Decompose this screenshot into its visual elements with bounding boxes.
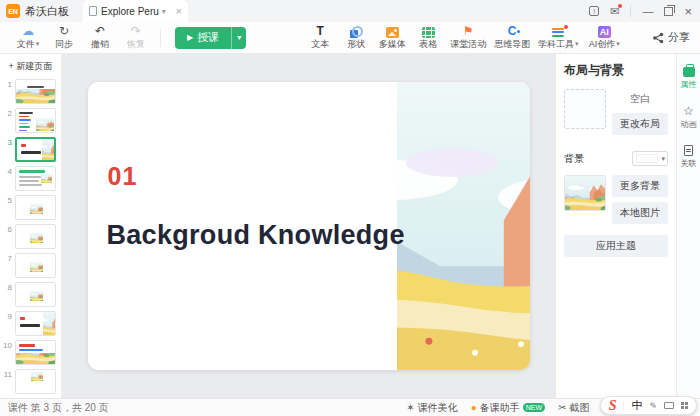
ime-pen-icon[interactable]: ✎ xyxy=(649,401,657,411)
divider xyxy=(160,29,161,47)
tab-link[interactable]: 关联 xyxy=(681,145,697,169)
chevron-down-icon: ▾ xyxy=(36,40,40,48)
divider xyxy=(623,401,624,411)
notification-dot xyxy=(618,4,622,8)
statusbar: 课件 第 3 页，共 20 页 ✶ 课件美化 ● 备课助手 NEW ✂ 截图 ✎… xyxy=(0,398,700,416)
slide-thumbnail-2[interactable]: 2 xyxy=(0,106,61,135)
scissors-icon: ✂ xyxy=(558,402,566,413)
insert-tools-group: T 文本 形状 多媒体 表格 ⚑ 课堂活动 C 思维导图 学科工具▾ AI xyxy=(302,26,626,49)
sync-icon: ↻ xyxy=(59,26,69,39)
thumb-canvas[interactable] xyxy=(15,224,56,249)
slide-thumbnail-4[interactable]: 4 xyxy=(0,164,61,193)
share-button[interactable]: 分享 xyxy=(652,30,690,45)
ime-logo[interactable]: S xyxy=(609,399,617,413)
redo-button[interactable]: ↷ 恢复 xyxy=(118,26,154,49)
document-icon xyxy=(89,6,97,16)
slide-landscape-image[interactable] xyxy=(397,82,530,370)
restore-button[interactable] xyxy=(664,7,673,16)
messages-icon[interactable]: ✉ xyxy=(610,6,619,17)
table-tool-button[interactable]: 表格 xyxy=(410,26,446,49)
cloud-icon: ☁ xyxy=(22,26,34,39)
document-tab[interactable]: Explore Peru ▾ × xyxy=(83,0,188,22)
shape-tool-button[interactable]: 形状 xyxy=(338,26,374,49)
slide-thumbnail-1[interactable]: 1 xyxy=(0,77,61,106)
ai-icon: AI xyxy=(598,26,611,38)
slide-panel: + 新建页面 1 2 3 xyxy=(0,54,62,398)
thumb-canvas[interactable] xyxy=(15,137,56,162)
undo-button[interactable]: ↶ 撤销 xyxy=(82,26,118,49)
class-activity-button[interactable]: ⚑ 课堂活动 xyxy=(446,26,490,49)
titlebar: EN 希沃白板 Explore Peru ▾ × ! ✉ — × xyxy=(0,0,700,22)
play-icon: ▶ xyxy=(187,33,193,42)
more-backgrounds-button[interactable]: 更多背景 xyxy=(612,175,668,197)
subject-tools-icon xyxy=(552,27,564,38)
thumb-canvas[interactable] xyxy=(15,340,56,365)
share-icon xyxy=(652,32,664,44)
background-thumbnail[interactable] xyxy=(564,175,606,211)
slide-thumbnail-9[interactable]: 9 xyxy=(0,309,61,338)
thumb-canvas[interactable] xyxy=(15,195,56,220)
thumb-canvas[interactable] xyxy=(15,166,56,191)
teach-dropdown-caret[interactable]: ▾ xyxy=(231,27,246,49)
text-icon: T xyxy=(317,26,324,39)
slide-thumbnail-8[interactable]: 8 xyxy=(0,280,61,309)
media-tool-button[interactable]: 多媒体 xyxy=(374,26,410,49)
text-tool-button[interactable]: T 文本 xyxy=(302,26,338,49)
file-menu-button[interactable]: ☁ 文件▾ xyxy=(10,26,46,49)
thumb-canvas[interactable] xyxy=(15,108,56,133)
tab-animation[interactable]: ☆ 动画 xyxy=(681,105,697,130)
beautify-button[interactable]: ✶ 课件美化 xyxy=(406,401,457,415)
mindmap-button[interactable]: C 思维导图 xyxy=(490,26,534,49)
editing-canvas[interactable]: 01 Backgroud Knowledge xyxy=(62,54,555,398)
slide-title-text[interactable]: Backgroud Knowledge xyxy=(107,220,405,251)
subject-tools-button[interactable]: 学科工具▾ xyxy=(534,26,582,49)
tab-close-icon[interactable]: × xyxy=(176,6,182,17)
feedback-icon[interactable]: ! xyxy=(589,6,599,16)
tab-properties[interactable]: 属性 xyxy=(681,64,697,90)
chevron-down-icon[interactable]: ▾ xyxy=(162,7,166,16)
media-icon xyxy=(386,27,399,38)
toolbox-grid-icon[interactable] xyxy=(681,402,688,409)
slide-thumbnail-7[interactable]: 7 xyxy=(0,251,61,280)
slide-thumbnail-3-selected[interactable]: 3 xyxy=(0,135,61,164)
slide-thumbnail-5[interactable]: 5 xyxy=(0,193,61,222)
app-name: 希沃白板 xyxy=(25,4,69,19)
background-label: 背景 xyxy=(564,152,584,166)
slide-thumbnail-10[interactable]: 10 xyxy=(0,338,61,367)
local-image-button[interactable]: 本地图片 xyxy=(612,202,668,224)
thumb-canvas[interactable] xyxy=(15,79,56,104)
thumb-canvas[interactable] xyxy=(15,369,56,394)
slide-section-number[interactable]: 01 xyxy=(108,162,138,191)
thumb-canvas[interactable] xyxy=(15,253,56,278)
background-color-dropdown[interactable]: ▾ xyxy=(632,151,668,166)
start-teaching-button[interactable]: ▶授课 ▾ xyxy=(175,27,246,49)
page-info: 课件 第 3 页，共 20 页 xyxy=(8,401,109,415)
chevron-down-icon: ▾ xyxy=(661,155,665,163)
ime-toolbar[interactable]: S 中 ✎ xyxy=(600,396,697,415)
change-layout-button[interactable]: 更改布局 xyxy=(612,113,668,135)
close-button[interactable]: × xyxy=(684,4,692,19)
divider xyxy=(630,5,631,17)
ai-creation-button[interactable]: AI AI创作▾ xyxy=(582,26,626,49)
thumb-canvas[interactable] xyxy=(15,311,56,336)
color-swatch xyxy=(636,154,658,163)
lesson-assistant-button[interactable]: ● 备课助手 NEW xyxy=(471,401,545,415)
link-doc-icon xyxy=(684,145,693,156)
slide-thumbnail-11[interactable]: 11 xyxy=(0,367,61,396)
apply-theme-button[interactable]: 应用主题 xyxy=(564,235,668,257)
sparkle-icon: ✶ xyxy=(406,402,414,413)
ime-language-mode[interactable]: 中 xyxy=(631,398,642,413)
star-icon: ☆ xyxy=(683,105,694,117)
minimize-button[interactable]: — xyxy=(642,5,653,17)
screenshot-button[interactable]: ✂ 截图 xyxy=(558,401,589,415)
layout-preview[interactable] xyxy=(564,89,606,129)
new-page-button[interactable]: + 新建页面 xyxy=(0,57,61,77)
thumb-canvas[interactable] xyxy=(15,282,56,307)
sync-button[interactable]: ↻ 同步 xyxy=(46,26,82,49)
table-icon xyxy=(422,27,435,38)
assistant-icon: ● xyxy=(471,402,477,413)
slide-thumbnail-6[interactable]: 6 xyxy=(0,222,61,251)
keyboard-icon[interactable] xyxy=(664,402,674,409)
current-slide[interactable]: 01 Backgroud Knowledge xyxy=(88,82,530,370)
mindmap-icon: C xyxy=(508,26,517,39)
